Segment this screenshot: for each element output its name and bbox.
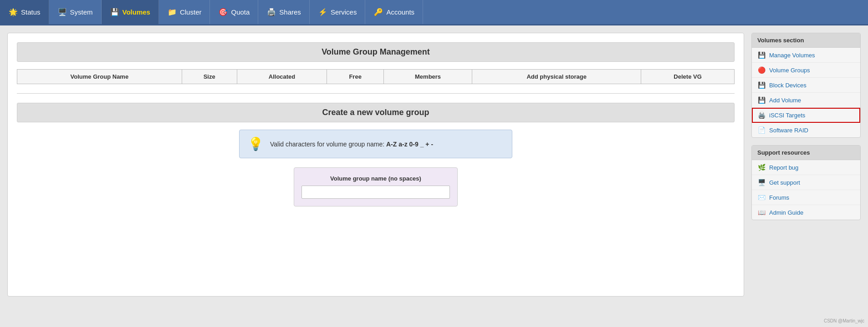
- volumes-section: Volumes section 💾Manage Volumes🔴Volume G…: [751, 33, 861, 138]
- nav-item-cluster[interactable]: 📁Cluster: [159, 0, 210, 24]
- vg-name-label: Volume group name (no spaces): [301, 175, 450, 182]
- shares-nav-label: Shares: [279, 8, 301, 16]
- nav-item-shares[interactable]: 🖨️Shares: [258, 0, 310, 24]
- nav-item-quota[interactable]: 🎯Quota: [210, 0, 258, 24]
- software-raid-label: Software RAID: [769, 127, 808, 134]
- services-nav-icon: ⚡: [318, 7, 328, 17]
- system-nav-icon: 🖥️: [57, 7, 67, 17]
- sidebar-link-software-raid[interactable]: 📄Software RAID: [752, 123, 860, 137]
- main-container: Volume Group Management Volume Group Nam…: [0, 25, 868, 304]
- shares-nav-icon: 🖨️: [266, 7, 276, 17]
- volumes-nav-icon: 💾: [110, 7, 120, 17]
- manage-volumes-icon: 💾: [757, 51, 766, 59]
- add-volume-label: Add Volume: [769, 97, 801, 104]
- hint-box: 💡 Valid characters for volume group name…: [239, 130, 512, 158]
- cluster-nav-icon: 📁: [167, 7, 177, 17]
- table-col-size: Size: [182, 70, 237, 84]
- sidebar-link-manage-volumes[interactable]: 💾Manage Volumes: [752, 48, 860, 63]
- volume-groups-icon: 🔴: [757, 66, 766, 74]
- cluster-nav-label: Cluster: [180, 8, 202, 16]
- services-nav-label: Services: [331, 8, 357, 16]
- forums-icon: ✉️: [757, 193, 766, 201]
- nav-item-status[interactable]: 🌟Status: [0, 0, 49, 24]
- add-volume-icon: 💾: [757, 96, 766, 104]
- volumes-nav-label: Volumes: [123, 8, 150, 16]
- nav-item-volumes[interactable]: 💾Volumes: [102, 0, 159, 24]
- software-raid-icon: 📄: [757, 126, 766, 134]
- bulb-icon: 💡: [248, 136, 264, 151]
- table-col-delete-vg: Delete VG: [641, 70, 735, 84]
- hint-text: Valid characters for volume group name: …: [270, 141, 433, 148]
- content-area: Volume Group Management Volume Group Nam…: [7, 33, 744, 297]
- forums-label: Forums: [769, 194, 789, 201]
- nav-item-services[interactable]: ⚡Services: [310, 0, 366, 24]
- admin-guide-label: Admin Guide: [769, 209, 803, 216]
- page-title: Volume Group Management: [25, 47, 727, 57]
- block-devices-icon: 💾: [757, 81, 766, 89]
- status-nav-label: Status: [21, 8, 41, 16]
- support-section-title: Support resources: [752, 146, 860, 160]
- iscsi-targets-icon: 🖨️: [757, 111, 766, 119]
- sidebar: Volumes section 💾Manage Volumes🔴Volume G…: [751, 33, 861, 227]
- hint-prefix: Valid characters for volume group name:: [270, 141, 386, 148]
- nav-item-system[interactable]: 🖥️System: [49, 0, 102, 24]
- manage-volumes-label: Manage Volumes: [769, 52, 815, 59]
- create-vg-header: Create a new volume group: [17, 103, 735, 122]
- status-nav-icon: 🌟: [8, 7, 18, 17]
- section-divider: [17, 93, 735, 94]
- admin-guide-icon: 📖: [757, 208, 766, 216]
- table-col-volume-group-name: Volume Group Name: [17, 70, 182, 84]
- volume-groups-label: Volume Groups: [769, 67, 810, 74]
- support-section: Support resources 🌿Report bug🖥️Get suppo…: [751, 145, 861, 220]
- table-col-free: Free: [327, 70, 383, 84]
- sidebar-link-report-bug[interactable]: 🌿Report bug: [752, 160, 860, 175]
- quota-nav-label: Quota: [231, 8, 250, 16]
- sidebar-link-iscsi-targets[interactable]: 🖨️iSCSI Targets: [752, 108, 860, 123]
- get-support-label: Get support: [769, 179, 800, 186]
- system-nav-label: System: [70, 8, 93, 16]
- vg-management-header: Volume Group Management: [17, 42, 735, 62]
- sidebar-link-admin-guide[interactable]: 📖Admin Guide: [752, 205, 860, 220]
- report-bug-icon: 🌿: [757, 163, 766, 171]
- quota-nav-icon: 🎯: [218, 7, 228, 17]
- create-vg-form: Volume group name (no spaces): [294, 167, 458, 206]
- sidebar-link-add-volume[interactable]: 💾Add Volume: [752, 93, 860, 108]
- nav-item-accounts[interactable]: 🔑Accounts: [365, 0, 423, 24]
- volume-group-table: Volume Group NameSizeAllocatedFreeMember…: [17, 69, 735, 84]
- block-devices-label: Block Devices: [769, 82, 807, 89]
- sidebar-link-block-devices[interactable]: 💾Block Devices: [752, 78, 860, 93]
- report-bug-label: Report bug: [769, 164, 798, 171]
- table-col-add-physical-storage: Add physical storage: [472, 70, 641, 84]
- table-col-allocated: Allocated: [237, 70, 327, 84]
- volumes-section-title: Volumes section: [752, 33, 860, 48]
- get-support-icon: 🖥️: [757, 178, 766, 186]
- create-section-title: Create a new volume group: [25, 108, 727, 117]
- hint-chars: A-Z a-z 0-9 _ + -: [386, 141, 433, 148]
- top-navigation: 🌟Status🖥️System💾Volumes📁Cluster🎯Quota🖨️S…: [0, 0, 868, 25]
- accounts-nav-label: Accounts: [386, 8, 414, 16]
- table-col-members: Members: [383, 70, 472, 84]
- iscsi-targets-label: iSCSI Targets: [769, 112, 805, 119]
- sidebar-link-get-support[interactable]: 🖥️Get support: [752, 175, 860, 190]
- vg-name-input[interactable]: [301, 186, 450, 199]
- accounts-nav-icon: 🔑: [373, 7, 383, 17]
- sidebar-link-volume-groups[interactable]: 🔴Volume Groups: [752, 63, 860, 78]
- sidebar-link-forums[interactable]: ✉️Forums: [752, 190, 860, 205]
